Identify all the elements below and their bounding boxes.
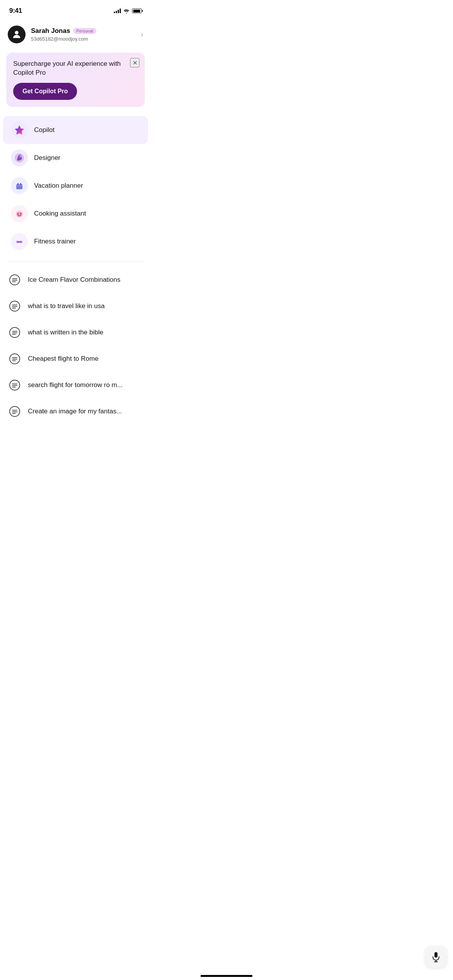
- history-item-6[interactable]: Create an image for my fantas...: [0, 398, 151, 425]
- history-label-4: Cheapest flight to Rome: [28, 355, 98, 363]
- chat-icon-2: [8, 299, 22, 313]
- app-item-designer[interactable]: Designer: [3, 144, 148, 172]
- chat-icon-5: [8, 378, 22, 392]
- chat-icon-6: [8, 404, 22, 418]
- wifi-icon: [123, 9, 130, 14]
- promo-text: Supercharge your AI experience with Copi…: [13, 60, 138, 77]
- chat-icon-3: [8, 326, 22, 339]
- history-label-5: search flight for tomorrow ro m...: [28, 381, 123, 389]
- history-item-5[interactable]: search flight for tomorrow ro m...: [0, 372, 151, 398]
- profile-info: Sarah Jonas Personal 53d65182@moodjoy.co…: [31, 27, 96, 42]
- apps-section: Copilot Designer: [0, 113, 151, 259]
- cooking-assistant-icon: [11, 205, 28, 222]
- svg-point-17: [10, 301, 20, 311]
- svg-point-33: [10, 406, 20, 416]
- profile-email: 53d65182@moodjoy.com: [31, 36, 96, 42]
- app-label-fitness-trainer: Fitness trainer: [34, 238, 76, 245]
- promo-close-button[interactable]: ✕: [130, 58, 139, 67]
- profile-name: Sarah Jonas: [31, 27, 70, 35]
- vacation-planner-icon: [11, 177, 28, 194]
- promo-banner: ✕ Supercharge your AI experience with Co…: [6, 53, 145, 107]
- app-label-cooking-assistant: Cooking assistant: [34, 210, 86, 218]
- app-label-copilot: Copilot: [34, 126, 55, 134]
- svg-point-29: [10, 380, 20, 390]
- svg-point-25: [10, 354, 20, 364]
- history-section: Ice Cream Flavor Combinations what is to…: [0, 265, 151, 432]
- svg-point-13: [10, 275, 20, 285]
- profile-left: Sarah Jonas Personal 53d65182@moodjoy.co…: [8, 26, 96, 43]
- profile-badge: Personal: [73, 28, 96, 34]
- history-label-6: Create an image for my fantas...: [28, 408, 122, 415]
- status-bar: 9:41: [0, 0, 151, 19]
- profile-chevron-icon[interactable]: ›: [141, 31, 143, 39]
- svg-point-0: [15, 31, 18, 34]
- svg-rect-6: [16, 185, 22, 186]
- status-icons: [114, 9, 142, 14]
- history-item-1[interactable]: Ice Cream Flavor Combinations: [0, 267, 151, 293]
- history-label-2: what is to travel like in usa: [28, 302, 105, 310]
- section-divider: [8, 262, 143, 262]
- copilot-icon: [11, 122, 28, 139]
- fitness-trainer-icon: [11, 233, 28, 250]
- status-time: 9:41: [9, 7, 22, 15]
- history-item-4[interactable]: Cheapest flight to Rome: [0, 346, 151, 372]
- app-label-vacation-planner: Vacation planner: [34, 182, 83, 190]
- svg-rect-12: [17, 241, 22, 242]
- history-label-1: Ice Cream Flavor Combinations: [28, 276, 120, 284]
- app-item-cooking-assistant[interactable]: Cooking assistant: [3, 200, 148, 228]
- app-item-fitness-trainer[interactable]: Fitness trainer: [3, 228, 148, 255]
- app-label-designer: Designer: [34, 154, 60, 162]
- svg-point-21: [10, 327, 20, 338]
- svg-point-2: [19, 155, 22, 158]
- app-item-copilot[interactable]: Copilot: [3, 116, 148, 144]
- svg-rect-3: [16, 184, 22, 189]
- profile-section[interactable]: Sarah Jonas Personal 53d65182@moodjoy.co…: [0, 19, 151, 50]
- get-copilot-pro-button[interactable]: Get Copilot Pro: [13, 83, 77, 100]
- designer-icon: [11, 149, 28, 166]
- history-item-3[interactable]: what is written in the bible: [0, 319, 151, 346]
- svg-point-9: [19, 213, 20, 215]
- app-item-vacation-planner[interactable]: Vacation planner: [3, 172, 148, 200]
- history-label-3: what is written in the bible: [28, 329, 103, 336]
- profile-name-row: Sarah Jonas Personal: [31, 27, 96, 35]
- chat-icon-4: [8, 352, 22, 366]
- battery-icon: [132, 9, 142, 13]
- chat-icon-1: [8, 273, 22, 287]
- signal-icon: [114, 9, 121, 13]
- history-item-2[interactable]: what is to travel like in usa: [0, 293, 151, 319]
- avatar: [8, 26, 26, 43]
